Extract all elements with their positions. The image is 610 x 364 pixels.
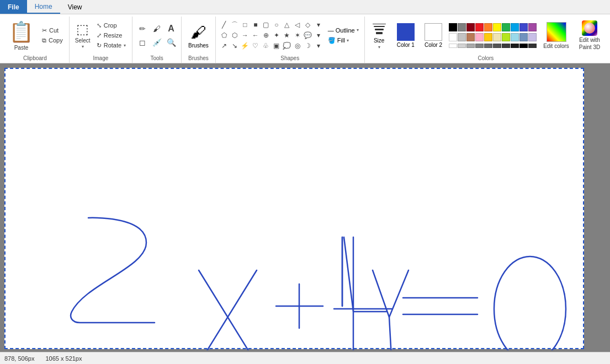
shape-arrow-ur[interactable]: ↗ [219,41,229,51]
size-button[interactable]: Size ▾ [368,19,390,51]
swatch-blue[interactable] [519,23,528,31]
canvas-surface[interactable] [4,68,584,349]
tab-home[interactable]: Home [27,0,60,14]
shape-frame[interactable]: ▣ [272,41,282,51]
ribbon-group-shapes: ╱ ⌒ □ ■ ▢ ○ △ ◁ ◇ ▾ ⬠ [216,17,365,63]
eraser-button[interactable]: ◻ [136,36,149,49]
swatch-e2[interactable] [458,44,466,48]
ribbon-group-colors: Size ▾ Color 1 Color 2 [365,17,607,63]
shape-balloon[interactable]: 💬 [303,30,313,40]
swatch-e1[interactable] [449,44,457,48]
shape-arrow-4[interactable]: ⊕ [261,30,271,40]
tab-view[interactable]: View [60,0,90,14]
shape-more3[interactable]: ▾ [314,41,323,51]
cut-button[interactable]: ✂ Cut [39,26,66,35]
swatch-cyan[interactable] [511,23,519,31]
shape-crescent[interactable]: ☽ [303,41,313,51]
brushes-button[interactable]: 🖌 Brushes [185,20,212,51]
swatch-lime[interactable] [502,33,510,41]
shape-callout[interactable]: 💭 [282,41,292,51]
canvas-area[interactable] [0,63,610,352]
shape-circle[interactable]: ◎ [293,41,303,51]
copy-button[interactable]: ⧉ Copy [39,36,66,45]
shape-rect-filled[interactable]: ■ [251,20,261,30]
rotate-button[interactable]: ↻ Rotate ▾ [94,41,129,50]
swatch-purple[interactable] [528,23,537,31]
brush-button[interactable]: 🖌 [150,22,163,35]
brushes-label: Brushes [188,42,209,49]
swatch-e5[interactable] [484,44,492,48]
shape-star6[interactable]: ✶ [293,30,303,40]
swatch-e7[interactable] [502,44,510,48]
crop-button[interactable]: ⤡ Crop [94,21,129,30]
ribbon-group-clipboard: 📋 Paste ✂ Cut ⧉ Copy Clipboar [1,17,70,63]
swatch-red[interactable] [475,23,484,31]
color1-button[interactable]: Color 1 [394,22,418,50]
shape-heart[interactable]: ♡ [251,41,261,51]
swatch-lightyellow[interactable] [493,33,501,41]
swatch-gold[interactable] [484,33,492,41]
swatch-cornflower[interactable] [519,33,528,41]
shape-triangle[interactable]: △ [282,20,292,30]
swatch-orange[interactable] [484,23,492,31]
shape-pentagon[interactable]: ⬠ [219,30,229,40]
paste-icon: 📋 [9,20,34,44]
shape-lightning[interactable]: ⚡ [240,41,250,51]
swatch-darkred[interactable] [466,23,475,31]
tools-row1: ✏ 🖌 A [136,22,178,35]
shape-hexagon[interactable]: ⬡ [230,30,240,40]
swatch-e3[interactable] [466,44,475,48]
swatch-green[interactable] [502,23,510,31]
palette-row2 [449,33,537,41]
svg-line-0 [199,270,257,350]
shape-curve[interactable]: ⌒ [230,20,240,30]
size-label: Size [374,38,384,44]
swatch-brown[interactable] [466,33,475,41]
shape-arrow-r[interactable]: → [240,30,250,40]
color2-button[interactable]: Color 2 [421,22,445,50]
color-picker-button[interactable]: 💉 [150,36,163,49]
swatch-yellow[interactable] [493,23,501,31]
pencil-button[interactable]: ✏ [136,22,149,35]
shape-line[interactable]: ╱ [219,20,229,30]
shape-more2[interactable]: ▾ [314,30,323,40]
shape-arrow-dr[interactable]: ↘ [230,41,240,51]
swatch-e9[interactable] [519,44,528,48]
shape-diamond[interactable]: ◇ [303,20,313,30]
shape-club[interactable]: ♧ [261,41,271,51]
edit-colors-button[interactable]: Edit colors [540,20,572,51]
swatch-e4[interactable] [475,44,484,48]
edit-with-paint3d-button[interactable]: Edit with Paint 3D [576,18,603,52]
magnify-button[interactable]: 🔍 [165,36,178,49]
swatch-lightblue[interactable] [511,33,519,41]
shape-star5[interactable]: ★ [282,30,292,40]
swatch-e8[interactable] [511,44,519,48]
shape-star4[interactable]: ✦ [272,30,282,40]
edit-colors-icon [547,22,566,42]
fill-button[interactable]: 🪣 Fill ▾ [326,36,361,45]
shape-more[interactable]: ▾ [314,20,323,30]
resize-button[interactable]: ⤢ Resize [94,31,129,40]
swatch-e10[interactable] [528,44,537,48]
shape-ellipse[interactable]: ○ [272,20,282,30]
outline-button[interactable]: — Outline ▾ [326,26,361,35]
shape-arrow-l[interactable]: ← [251,30,261,40]
select-button[interactable]: ⬚ Select ▾ [73,20,93,51]
shape-rrect[interactable]: ▢ [261,20,271,30]
text-button[interactable]: A [165,22,178,35]
swatch-white[interactable] [449,33,457,41]
swatch-black[interactable] [449,23,457,31]
swatch-e6[interactable] [493,44,501,48]
swatch-lightgray[interactable] [458,33,466,41]
palette-row3 [449,44,537,48]
shape-rect-outline[interactable]: □ [240,20,250,30]
drawing-svg [6,69,585,350]
colors-label: Colors [478,54,494,63]
rotate-dropdown-arrow: ▾ [124,43,126,48]
swatch-gray[interactable] [458,23,466,31]
tab-file[interactable]: File [0,0,27,14]
swatch-pink[interactable] [475,33,484,41]
shape-rtriangle[interactable]: ◁ [293,20,303,30]
swatch-lavender[interactable] [528,33,537,41]
paste-button[interactable]: 📋 Paste [4,18,38,53]
